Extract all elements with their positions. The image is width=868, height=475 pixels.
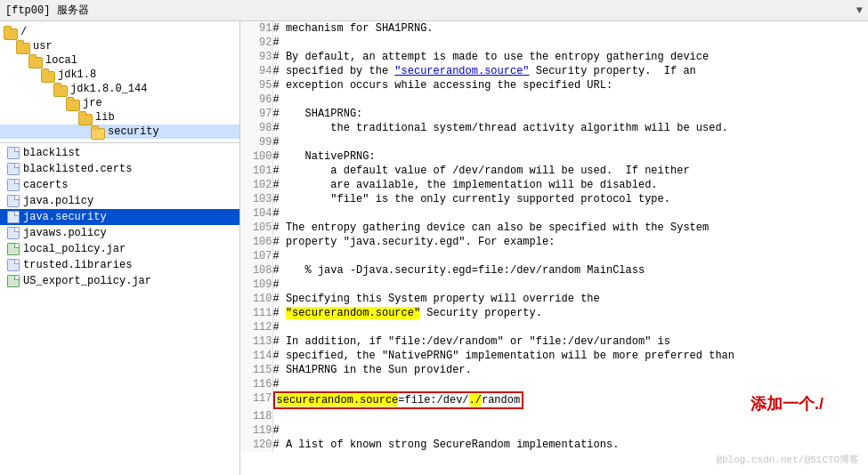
code-line-92: 92#	[240, 36, 868, 50]
line-code-99: #	[272, 135, 868, 149]
line-code-101: # a default value of /dev/random will be…	[272, 164, 868, 178]
line-code-114: # specified, the "NativePRNG" implementa…	[272, 349, 868, 363]
line-num-111: 111	[240, 306, 272, 320]
line-code-91: # mechanism for SHA1PRNG.	[272, 21, 868, 36]
line-num-101: 101	[240, 164, 272, 178]
line-num-109: 109	[240, 278, 272, 292]
line-code-110: # Specifying this System property will o…	[272, 292, 868, 306]
file-icon-trusted_libraries	[7, 259, 20, 271]
code-line-100: 100# NativePRNG:	[240, 149, 868, 164]
file-label-javaws_policy: javaws.policy	[23, 227, 107, 239]
file-icon-cacerts	[7, 179, 20, 191]
code-line-120: 120# A list of known strong SecureRandom…	[240, 438, 868, 452]
sidebar: /usrlocaljdk1.8jdk1.8.0_144jrelibsecurit…	[0, 21, 240, 475]
code-table: 91# mechanism for SHA1PRNG.92#93# By def…	[240, 21, 868, 452]
code-line-114: 114# specified, the "NativePRNG" impleme…	[240, 349, 868, 363]
tree-item-jre[interactable]: jre	[0, 96, 239, 110]
line-num-104: 104	[240, 206, 272, 221]
line-code-118	[272, 409, 868, 423]
file-item-local_policy_jar[interactable]: local_policy.jar	[0, 241, 239, 257]
tree-panel: /usrlocaljdk1.8jdk1.8.0_144jrelibsecurit…	[0, 21, 239, 143]
line-code-112: #	[272, 320, 868, 334]
code-line-101: 101# a default value of /dev/random will…	[240, 164, 868, 178]
file-label-blacklisted_certs: blacklisted.certs	[23, 163, 132, 175]
code-line-111: 111# "securerandom.source" Security prop…	[240, 306, 868, 320]
line-code-93: # By default, an attempt is made to use …	[272, 50, 868, 64]
file-item-trusted_libraries[interactable]: trusted.libraries	[0, 257, 239, 273]
tree-label-jdk18: jdk1.8	[58, 68, 96, 81]
file-icon-local_policy_jar	[7, 243, 20, 255]
file-item-blacklisted_certs[interactable]: blacklisted.certs	[0, 161, 239, 177]
line-num-107: 107	[240, 249, 272, 263]
code-line-93: 93# By default, an attempt is made to us…	[240, 50, 868, 64]
line-num-108: 108	[240, 263, 272, 278]
file-item-java_policy[interactable]: java.policy	[0, 193, 239, 209]
tree-label-lib: lib	[95, 111, 115, 124]
line-code-94: # specified by the "securerandom.source"…	[272, 64, 868, 78]
top-bar-title: [ftp00] 服务器	[5, 3, 89, 18]
line-code-106: # property "java.security.egd". For exam…	[272, 235, 868, 249]
code-line-96: 96#	[240, 93, 868, 107]
code-line-97: 97# SHA1PRNG:	[240, 107, 868, 121]
code-line-108: 108# % java -Djava.security.egd=file:/de…	[240, 263, 868, 278]
line-code-105: # The entropy gathering device can also …	[272, 221, 868, 235]
line-code-104: #	[272, 206, 868, 221]
line-num-120: 120	[240, 438, 272, 452]
line-code-120: # A list of known strong SecureRandom im…	[272, 438, 868, 452]
line-num-112: 112	[240, 320, 272, 334]
tree-label-jre: jre	[83, 97, 102, 109]
file-item-us_export_policy_jar[interactable]: US_export_policy.jar	[0, 273, 239, 289]
line-code-117: securerandom.source=file:/dev/./random	[272, 391, 868, 409]
tree-item-jdk18[interactable]: jdk1.8	[0, 68, 239, 82]
tree-item-jdk180_144[interactable]: jdk1.8.0_144	[0, 82, 239, 96]
line-num-92: 92	[240, 36, 272, 50]
line-code-97: # SHA1PRNG:	[272, 107, 868, 121]
file-label-cacerts: cacerts	[23, 179, 68, 191]
code-line-94: 94# specified by the "securerandom.sourc…	[240, 64, 868, 78]
main-layout: /usrlocaljdk1.8jdk1.8.0_144jrelibsecurit…	[0, 21, 868, 475]
line-num-98: 98	[240, 121, 272, 135]
file-icon-blacklist	[7, 147, 20, 159]
line-code-111: # "securerandom.source" Security propert…	[272, 306, 868, 320]
file-icon-javaws_policy	[7, 227, 20, 239]
file-item-blacklist[interactable]: blacklist	[0, 145, 239, 161]
line-code-109: #	[272, 278, 868, 292]
code-panel[interactable]: 91# mechanism for SHA1PRNG.92#93# By def…	[240, 21, 868, 475]
code-line-117: 117securerandom.source=file:/dev/./rando…	[240, 391, 868, 409]
tree-item-root[interactable]: /	[0, 25, 239, 39]
code-line-103: 103# "file" is the only currently suppor…	[240, 192, 868, 206]
line-code-113: # In addition, if "file:/dev/random" or …	[272, 334, 868, 349]
line-num-115: 115	[240, 363, 272, 377]
code-line-99: 99#	[240, 135, 868, 149]
code-line-102: 102# are available, the implementation w…	[240, 178, 868, 192]
tree-item-security[interactable]: security	[0, 125, 239, 139]
line-code-98: # the traditional system/thread activity…	[272, 121, 868, 135]
file-item-java_security[interactable]: java.security	[0, 209, 239, 225]
line-num-97: 97	[240, 107, 272, 121]
folder-icon-jre	[66, 97, 80, 109]
line-num-117: 117	[240, 391, 272, 409]
folder-icon-jdk18	[41, 68, 55, 81]
folder-icon-jdk180_144	[53, 83, 68, 95]
code-line-113: 113# In addition, if "file:/dev/random" …	[240, 334, 868, 349]
file-item-javaws_policy[interactable]: javaws.policy	[0, 225, 239, 241]
code-line-109: 109#	[240, 278, 868, 292]
line-num-102: 102	[240, 178, 272, 192]
line-code-100: # NativePRNG:	[272, 149, 868, 164]
line-num-119: 119	[240, 423, 272, 438]
line-num-116: 116	[240, 377, 272, 391]
tree-item-usr[interactable]: usr	[0, 39, 239, 53]
file-item-cacerts[interactable]: cacerts	[0, 177, 239, 193]
code-line-118: 118	[240, 409, 868, 423]
tree-item-lib[interactable]: lib	[0, 110, 239, 125]
top-bar-arrow[interactable]: ▼	[856, 4, 863, 17]
line-num-106: 106	[240, 235, 272, 249]
tree-item-local[interactable]: local	[0, 53, 239, 68]
line-code-96: #	[272, 93, 868, 107]
folder-icon-security	[91, 125, 105, 138]
code-line-95: 95# exception occurs while accessing the…	[240, 78, 868, 93]
folder-icon-lib	[78, 111, 93, 124]
code-line-106: 106# property "java.security.egd". For e…	[240, 235, 868, 249]
code-line-104: 104#	[240, 206, 868, 221]
watermark: @blog.csdn.net/@51CTO博客	[716, 453, 859, 466]
